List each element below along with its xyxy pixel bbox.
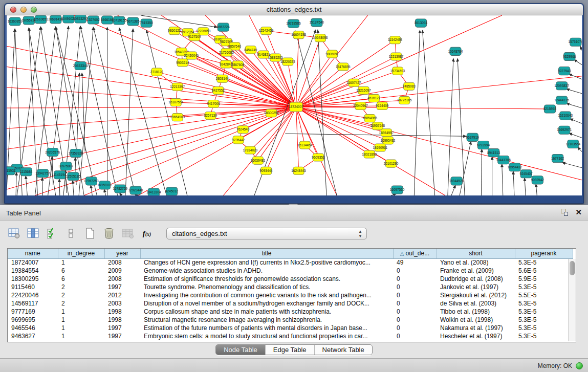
citation-edge-red[interactable]: [296, 15, 368, 107]
column-header-out-degree[interactable]: △out_de...: [393, 249, 437, 258]
citation-edge-black[interactable]: [578, 147, 582, 151]
delete-column-icon[interactable]: [102, 227, 116, 240]
table-vertical-scrollbar[interactable]: [568, 259, 576, 341]
citation-edge-black[interactable]: [75, 158, 76, 185]
citation-edge-black[interactable]: [569, 133, 582, 138]
tab-node-table[interactable]: Node Table: [216, 345, 265, 355]
citation-edge-black[interactable]: [536, 184, 537, 195]
table-row[interactable]: 911546021997Tourette syndrome. Phenomeno…: [8, 283, 573, 291]
column-header-title[interactable]: title: [140, 249, 393, 258]
citation-edge-black[interactable]: [423, 30, 435, 195]
citation-edge-black[interactable]: [570, 119, 582, 123]
node-label: 11607427: [346, 81, 361, 84]
node-label: 15476895: [336, 65, 351, 69]
node-label: 22040967: [353, 104, 368, 107]
select-rows-icon[interactable]: [46, 227, 59, 240]
column-header-short[interactable]: short: [437, 249, 515, 258]
network-table-selector-value: citations_edges.txt: [172, 230, 227, 237]
citation-edge-red[interactable]: [296, 107, 582, 180]
network-window-titlebar[interactable]: citations_edges.txt: [5, 4, 583, 15]
table-row[interactable]: 1830029562008Estimation of significance …: [8, 275, 573, 283]
node-label: 20533346: [73, 64, 88, 68]
node-label: 9245012: [165, 189, 179, 193]
citation-edge-black[interactable]: [16, 172, 16, 195]
float-panel-icon[interactable]: [561, 209, 568, 216]
window-title: citations_edges.txt: [5, 4, 583, 15]
close-panel-icon[interactable]: ✕: [575, 209, 582, 216]
column-header-name[interactable]: name: [8, 249, 58, 258]
citation-edge-black[interactable]: [525, 178, 526, 195]
node-label: 9806091: [326, 52, 339, 56]
table-row[interactable]: 946554611997Estimation of the future num…: [8, 324, 573, 332]
new-column-icon[interactable]: [83, 227, 97, 240]
citation-edge-black[interactable]: [91, 185, 92, 195]
network-table-selector[interactable]: citations_edges.txt ▲▼: [166, 228, 367, 239]
table-row[interactable]: 1456911722003Disruption of a novel membe…: [8, 299, 573, 308]
row-height-icon[interactable]: [64, 227, 78, 240]
citation-edge-black[interactable]: [513, 171, 514, 195]
node-label: 12103554: [566, 142, 581, 146]
node-label: 9154409: [376, 104, 389, 107]
citation-edge-red[interactable]: [7, 107, 296, 108]
memory-status-icon[interactable]: [576, 362, 583, 369]
citation-edge-black[interactable]: [451, 185, 455, 195]
node-label: 16210643: [558, 114, 573, 117]
citation-edge-black[interactable]: [120, 193, 121, 195]
column-header-in-degree[interactable]: in_degree: [58, 249, 104, 258]
citation-edge-black[interactable]: [567, 89, 582, 94]
node-label: 18690961: [373, 146, 387, 149]
citation-edge-red[interactable]: [7, 107, 296, 149]
citation-edge-black[interactable]: [26, 176, 27, 195]
citation-edge-black[interactable]: [448, 58, 453, 195]
node-label: 16604198: [291, 33, 306, 36]
table-row[interactable]: 946362711997Embryonic stem cells: a mode…: [8, 332, 573, 340]
citation-edge-red[interactable]: [226, 64, 296, 107]
table-row[interactable]: 977716911998Corpus callosum shape and si…: [8, 308, 573, 316]
table-row[interactable]: 969969511998Structural magnetic resonanc…: [8, 316, 573, 324]
citation-edge-black[interactable]: [104, 189, 106, 195]
table-row[interactable]: 2242004622012Investigating the contribut…: [8, 291, 573, 299]
citation-edge-black[interactable]: [460, 141, 471, 195]
table-mode-icon[interactable]: [8, 227, 21, 240]
citation-edge-black[interactable]: [574, 59, 582, 64]
column-header-pagerank[interactable]: pagerank: [515, 249, 573, 258]
citation-edge-black[interactable]: [59, 179, 60, 195]
node-label: 10548098: [313, 36, 328, 39]
citation-edge-black[interactable]: [414, 30, 420, 195]
citation-edge-black[interactable]: [502, 164, 503, 195]
citation-edge-black[interactable]: [562, 163, 582, 168]
citation-edge-black[interactable]: [580, 46, 582, 50]
scrollbar-thumb[interactable]: [570, 261, 575, 275]
citation-edge-black[interactable]: [52, 157, 53, 185]
node-label: 12610651: [33, 17, 48, 21]
citation-edge-red[interactable]: [296, 107, 550, 109]
network-view-canvas[interactable]: 1636085119055724126106512069143610496020…: [7, 15, 582, 195]
node-label: 12213397: [170, 85, 185, 89]
table-row[interactable]: 1872400712008Changes of HCN gene express…: [8, 258, 573, 267]
citation-edge-black[interactable]: [481, 149, 482, 195]
function-builder-icon[interactable]: f(x): [140, 227, 154, 240]
import-table-icon: [121, 227, 135, 240]
citation-edge-black[interactable]: [569, 74, 582, 79]
citation-edge-red[interactable]: [296, 15, 502, 107]
column-header-year[interactable]: year: [104, 249, 140, 258]
node-label: 19734593: [390, 69, 405, 73]
citation-edge-red[interactable]: [178, 87, 296, 107]
node-label: 1527602: [87, 18, 100, 21]
table-row[interactable]: 1938455462009Genome-wide association stu…: [8, 267, 573, 275]
citation-edge-red[interactable]: [296, 107, 318, 158]
node-label: 1115684: [20, 170, 33, 173]
show-columns-icon[interactable]: [27, 227, 40, 240]
citation-edge-black[interactable]: [77, 73, 79, 149]
node-label: 6671385: [126, 19, 140, 23]
citation-edge-black[interactable]: [567, 103, 582, 108]
node-label: 3915931: [7, 169, 16, 172]
node-label: 18775165: [397, 98, 412, 102]
tab-edge-table[interactable]: Edge Table: [265, 345, 314, 355]
tab-network-table[interactable]: Network Table: [314, 345, 372, 355]
table-panel-title: Table Panel: [6, 205, 41, 221]
node-label: 9609353: [312, 156, 325, 159]
citation-edge-red[interactable]: [296, 35, 299, 107]
node-label: 18021893: [362, 152, 377, 156]
status-bar: Memory: OK: [0, 358, 588, 372]
